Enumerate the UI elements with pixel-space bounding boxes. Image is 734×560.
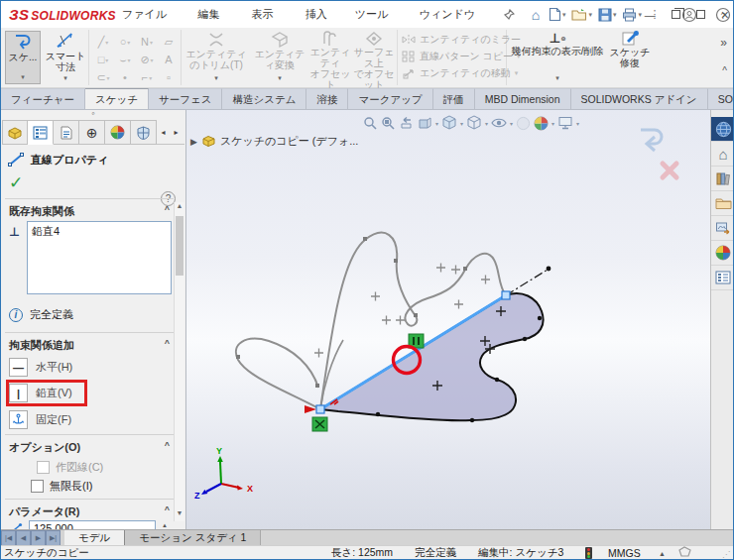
restore-icon[interactable]	[672, 10, 680, 19]
panel-scrollbar[interactable]: ▲ ▼	[174, 202, 184, 521]
fix-relation-button[interactable]: 固定(F)	[9, 410, 71, 429]
minimize-icon[interactable]: —	[645, 9, 656, 21]
units-dropdown-icon[interactable]: ▲	[659, 550, 666, 557]
tab-surfaces[interactable]: サーフェス	[149, 88, 222, 109]
tag-icon[interactable]	[678, 546, 691, 560]
property-manager-tab[interactable]	[28, 120, 54, 145]
dropdown-icon[interactable]: ▾	[214, 74, 218, 84]
sketch-spline-left-lobe[interactable]	[236, 339, 320, 409]
next-tab-icon[interactable]: ▶	[31, 530, 46, 546]
slot-tool-icon[interactable]: ⊂▾	[92, 68, 114, 86]
infinite-length-checkbox[interactable]: 無限長(I)	[31, 479, 92, 494]
menu-file[interactable]: ファイル(F)	[113, 1, 188, 28]
configuration-manager-tab[interactable]	[54, 120, 79, 145]
text-tool-icon[interactable]: A	[158, 51, 180, 68]
model-tab[interactable]: モデル	[64, 530, 125, 545]
dropdown-icon[interactable]: ▾	[562, 11, 566, 19]
add-relations-header[interactable]: 拘束関係追加 ^	[9, 338, 170, 354]
spline-tool-icon[interactable]: Ν▾	[136, 33, 158, 51]
line-tool-icon[interactable]: ╱▾	[92, 33, 114, 51]
scrollbar-thumb[interactable]	[176, 216, 184, 276]
rectangle-tool-icon[interactable]: □▾	[92, 51, 114, 68]
surface-offset-button[interactable]: サーフェス上 でオフセット	[352, 31, 396, 84]
menu-insert[interactable]: 挿入(I)	[297, 1, 346, 28]
design-library-tab[interactable]	[711, 167, 734, 191]
prev-tab-icon[interactable]: ◀	[16, 530, 31, 546]
view-palette-tab[interactable]	[711, 216, 734, 241]
dropdown-icon[interactable]: ▾	[278, 74, 282, 84]
parameters-header[interactable]: パラメータ(R) ^	[9, 504, 170, 520]
sketch-canvas[interactable]: X Y Z	[186, 110, 710, 529]
last-tab-icon[interactable]: ▶|	[46, 530, 61, 546]
mirror-entities-button[interactable]: エンティティのミラー	[402, 32, 521, 48]
panel-tab-forward-icon[interactable]: ▸	[170, 120, 183, 145]
construction-line[interactable]	[506, 270, 548, 295]
menu-view[interactable]: 表示(V)	[243, 1, 297, 28]
scroll-up-icon[interactable]: ▲	[175, 202, 184, 214]
tab-structure-system[interactable]: 構造システム	[222, 88, 306, 109]
tab-features[interactable]: フィーチャー	[1, 88, 85, 109]
menu-tools[interactable]: ツール(T)	[346, 1, 411, 28]
close-icon[interactable]: ×	[721, 7, 729, 23]
custom-properties-tab[interactable]	[711, 266, 734, 290]
tab-weldments[interactable]: 溶接	[306, 88, 348, 109]
move-entities-button[interactable]: エンティティの移動 ▾	[402, 65, 518, 81]
threedexperience-tab[interactable]	[711, 117, 734, 142]
dropdown-icon[interactable]: ▾	[63, 74, 67, 84]
sketch-region-fill[interactable]	[320, 293, 544, 420]
circle-tool-icon[interactable]: ○▾	[114, 33, 136, 51]
maximize-icon[interactable]	[696, 10, 705, 19]
chamfer-tool-icon[interactable]: ▫	[158, 68, 180, 86]
resize-grip-icon[interactable]: ⋰	[722, 550, 731, 559]
file-explorer-tab[interactable]	[711, 191, 734, 216]
existing-relations-list[interactable]: 鉛直4	[27, 221, 172, 294]
dropdown-icon[interactable]: ▾	[21, 73, 25, 83]
sketch-button[interactable]: スケ... ▾	[5, 31, 41, 84]
fixed-relation-badge[interactable]	[312, 417, 327, 431]
cam-manager-tab[interactable]	[131, 120, 157, 145]
plane-tool-icon[interactable]: ▱	[158, 33, 180, 51]
tab-markup[interactable]: マークアップ	[348, 88, 432, 109]
ribbon-overflow-icon[interactable]: »	[720, 36, 727, 50]
dropdown-icon[interactable]: ▾	[613, 11, 617, 19]
trim-entities-button[interactable]: エンティティのトリム(T) ▾	[184, 31, 249, 84]
feature-manager-tab[interactable]	[2, 120, 28, 145]
menu-edit[interactable]: 編集(E)	[188, 1, 242, 28]
home-icon[interactable]: ⌂	[527, 4, 545, 26]
arc-tool-icon[interactable]: ⌣▾	[114, 51, 136, 68]
ribbon-collapse-icon[interactable]: ^	[722, 65, 727, 76]
graphics-area[interactable]: ▾ ▾ ▾ ▾ ▾ ▾ ▶ スケッチのコピー (デフォ...	[186, 110, 710, 529]
linear-pattern-button[interactable]: 直線パターン コピー ▾	[402, 49, 520, 64]
panel-grip-icon[interactable]: ∘	[1, 110, 185, 119]
line-endpoint-top[interactable]	[502, 291, 510, 299]
tab-mbd-dimension[interactable]: MBD Dimension	[475, 88, 571, 109]
pin-menu-icon[interactable]	[503, 9, 515, 21]
new-document-icon[interactable]: ▾	[547, 4, 568, 26]
display-manager-tab[interactable]	[105, 120, 131, 145]
relation-list-item[interactable]: 鉛直4	[28, 222, 171, 241]
construction-line-checkbox[interactable]: 作図線(C)	[37, 460, 103, 475]
existing-relations-header[interactable]: 既存拘束関係 ^	[9, 204, 170, 220]
scroll-down-icon[interactable]: ▼	[175, 509, 184, 521]
dropdown-icon[interactable]: ▾	[555, 74, 559, 84]
dropdown-icon[interactable]: ▾	[638, 11, 642, 19]
save-icon[interactable]: ▾	[596, 4, 619, 26]
units-selector[interactable]: MMGS	[608, 547, 641, 559]
section-collapse-icon[interactable]: ^	[165, 338, 170, 354]
smart-dimension-button[interactable]: スマート寸法 ▾	[43, 31, 88, 84]
construction-endpoint[interactable]	[547, 267, 551, 272]
section-collapse-icon[interactable]: ^	[165, 440, 170, 456]
motion-study-tab[interactable]: モーション スタディ 1	[125, 530, 261, 545]
solidworks-resources-tab[interactable]: ⌂	[711, 142, 734, 167]
vertical-relation-button[interactable]: | 鉛直(V)	[9, 384, 72, 402]
tab-solidworks-addins[interactable]: SOLIDWORKS アドイン	[571, 88, 708, 109]
section-collapse-icon[interactable]: ^	[165, 504, 170, 520]
ok-check-icon[interactable]: ✓	[9, 172, 23, 193]
horizontal-relation-button[interactable]: — 水平(H)	[9, 358, 72, 377]
tab-evaluate[interactable]: 評価	[433, 88, 475, 109]
options-header[interactable]: オプション(O) ^	[9, 440, 170, 456]
ellipse-tool-icon[interactable]: ⊘▾	[136, 51, 158, 68]
section-collapse-icon[interactable]: ^	[165, 204, 170, 220]
display-delete-relations-button[interactable]: ⊥⊙ 幾何拘束の表示/削除 ▾	[509, 31, 606, 84]
appearances-scenes-tab[interactable]	[711, 241, 734, 266]
